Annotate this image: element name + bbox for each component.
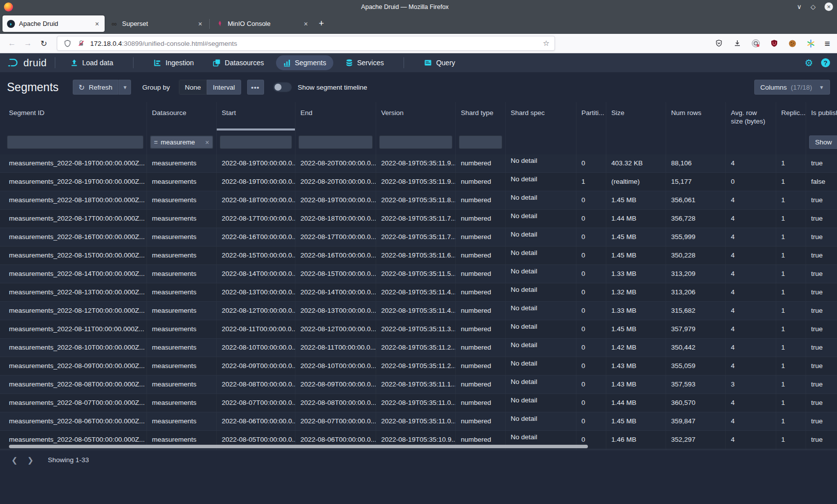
cell-version: 2022-08-19T05:35:11.9... (376, 173, 456, 191)
filter-input-segment-id[interactable] (7, 135, 143, 149)
tab-close-icon[interactable]: × (197, 20, 203, 28)
nav-item-datasources[interactable]: Datasources (206, 55, 271, 70)
column-header-shard-type[interactable]: Shard type (456, 102, 506, 130)
cell-shard-spec: No detail (506, 412, 576, 430)
nav-item-segments[interactable]: Segments (276, 55, 333, 70)
segment-timeline-toggle[interactable] (273, 82, 292, 92)
cell-size: 1.44 MB (606, 394, 666, 412)
column-header-segment-id[interactable]: Segment ID (0, 102, 147, 130)
column-header-version[interactable]: Version (376, 102, 456, 130)
help-icon[interactable]: ? (821, 58, 830, 67)
back-button[interactable]: ← (5, 39, 19, 48)
extension-icon[interactable]: x (751, 38, 761, 48)
column-header-size[interactable]: Size (606, 102, 666, 130)
nav-item-query[interactable]: Query (417, 55, 462, 70)
cell-is-published: true (806, 449, 837, 450)
downloads-icon[interactable] (732, 38, 742, 48)
insecure-lock-icon[interactable] (76, 38, 86, 48)
column-header-is-published[interactable]: Is published (806, 102, 837, 130)
nav-item-load-data[interactable]: Load data (63, 55, 120, 70)
druid-logo[interactable]: druid (7, 56, 47, 69)
cell-end: 2022-08-20T00:00:00.0... (295, 173, 376, 191)
forward-button[interactable]: → (21, 39, 35, 48)
cell-start: 2022-08-17T00:00:00.0... (217, 210, 295, 228)
settings-gear-icon[interactable]: ⚙ (805, 58, 813, 68)
cell-shard-type: numbered (456, 376, 506, 393)
ingestion-icon (153, 59, 161, 67)
columns-count: (17/18) (791, 84, 812, 91)
cell-avg-row-size-bytes: 4 (726, 191, 776, 209)
more-actions-button[interactable]: ••• (247, 80, 264, 95)
table-row: measurements_2022-08-16T00:00:00.000Z...… (0, 228, 837, 247)
cell-shard-type: numbered (456, 191, 506, 209)
cell-datasource: measurements (147, 376, 217, 393)
segment-timeline-toggle-label: Show segment timeline (298, 84, 368, 91)
column-header-end[interactable]: End (295, 102, 376, 130)
column-header-shard-spec[interactable]: Shard spec (506, 102, 576, 130)
column-header-datasource[interactable]: Datasource (147, 102, 217, 130)
filter-input-end[interactable] (298, 135, 373, 149)
cell-shard-type: numbered (456, 265, 506, 283)
segments-page-header: Segments ↻ Refresh ▼ Group by None Inter… (0, 72, 837, 102)
refresh-interval-dropdown-button[interactable]: ▼ (118, 80, 131, 95)
columns-dropdown-button[interactable]: Columns (17/18) ▼ (754, 80, 830, 95)
window-close-button[interactable]: × (825, 2, 833, 11)
datasource-filter-chip[interactable]: =measureme× (151, 136, 212, 148)
ublock-icon[interactable] (769, 38, 779, 48)
column-header-replic[interactable]: Replic... (776, 102, 806, 130)
horizontal-scrollbar-thumb[interactable] (9, 445, 588, 448)
cell-start: 2022-08-12T00:00:00.0... (217, 302, 295, 320)
group-by-button-group: None Interval (179, 80, 241, 95)
url-text[interactable]: 172.18.0.4:30899/unified-console.html#se… (90, 40, 539, 47)
horizontal-scrollbar[interactable] (0, 445, 837, 449)
cell-avg-row-size-bytes: 4 (726, 302, 776, 320)
tab-apache-druid[interactable]: ◗ Apache Druid × (2, 15, 105, 32)
refresh-button[interactable]: ↻ Refresh (73, 80, 119, 95)
bookmark-star-icon[interactable]: ☆ (543, 39, 550, 48)
filter-cell-size (606, 130, 666, 154)
filter-input-datasource[interactable]: =measureme× (150, 135, 213, 149)
pocket-shield-icon[interactable] (714, 38, 724, 48)
window-maximize-button[interactable]: ◇ (811, 3, 816, 10)
url-bar[interactable]: 172.18.0.4:30899/unified-console.html#se… (57, 36, 555, 51)
menu-icon[interactable]: ≡ (825, 39, 830, 48)
filter-input-shard-type[interactable] (459, 135, 502, 149)
filter-chip-remove-icon[interactable]: × (205, 138, 209, 146)
tab-close-icon[interactable]: × (94, 20, 100, 28)
table-row: measurements_2022-08-14T00:00:00.000Z...… (0, 265, 837, 283)
reload-button[interactable]: ↻ (37, 39, 51, 48)
container-asterisk-icon[interactable] (806, 38, 816, 48)
nav-item-ingestion[interactable]: Ingestion (146, 55, 201, 70)
column-header-start[interactable]: Start (217, 102, 295, 130)
tab-minio-console[interactable]: MinIO Console × (211, 15, 313, 32)
table-row: measurements_2022-08-06T00:00:00.000Z...… (0, 412, 837, 431)
cell-num-rows: 355,059 (666, 357, 726, 375)
group-by-none-button[interactable]: None (179, 80, 207, 95)
new-tab-button[interactable]: + (314, 16, 329, 31)
column-header-avg-row-size-bytes[interactable]: Avg. row size (bytes) (726, 102, 776, 130)
nav-item-label: Segments (295, 59, 326, 67)
next-page-button[interactable]: ❯ (25, 456, 36, 465)
filter-input-start[interactable] (220, 135, 292, 149)
filter-cell-replic (776, 130, 806, 154)
column-header-num-rows[interactable]: Num rows (666, 102, 726, 130)
segments-table: Segment IDDatasourceStartEndVersionShard… (0, 102, 837, 450)
column-header-partiti[interactable]: Partiti... (576, 102, 606, 130)
group-by-interval-button[interactable]: Interval (207, 80, 241, 95)
nav-item-services[interactable]: Services (338, 55, 391, 70)
tab-superset[interactable]: ∞ Superset × (106, 15, 208, 32)
cell-datasource: measurements (147, 210, 217, 228)
firefox-window: Apache Druid — Mozilla Firefox ∨ ◇ × ◗ A… (0, 0, 837, 504)
cell-partiti: 0 (576, 228, 606, 246)
tab-close-icon[interactable]: × (303, 20, 309, 28)
cell-num-rows: 315,682 (666, 302, 726, 320)
cell-start: 2022-08-07T00:00:00.0... (217, 394, 295, 412)
tracking-shield-icon[interactable] (62, 38, 72, 48)
previous-page-button[interactable]: ❮ (9, 456, 20, 465)
is-published-filter-show-button[interactable]: Show (809, 135, 837, 149)
cell-is-published: true (806, 265, 837, 283)
cookie-icon[interactable] (788, 38, 798, 48)
cell-segment-id: measurements_2022-08-04T00:00:00.000Z... (0, 449, 147, 450)
window-minimize-button[interactable]: ∨ (797, 3, 802, 10)
filter-input-version[interactable] (379, 135, 452, 149)
